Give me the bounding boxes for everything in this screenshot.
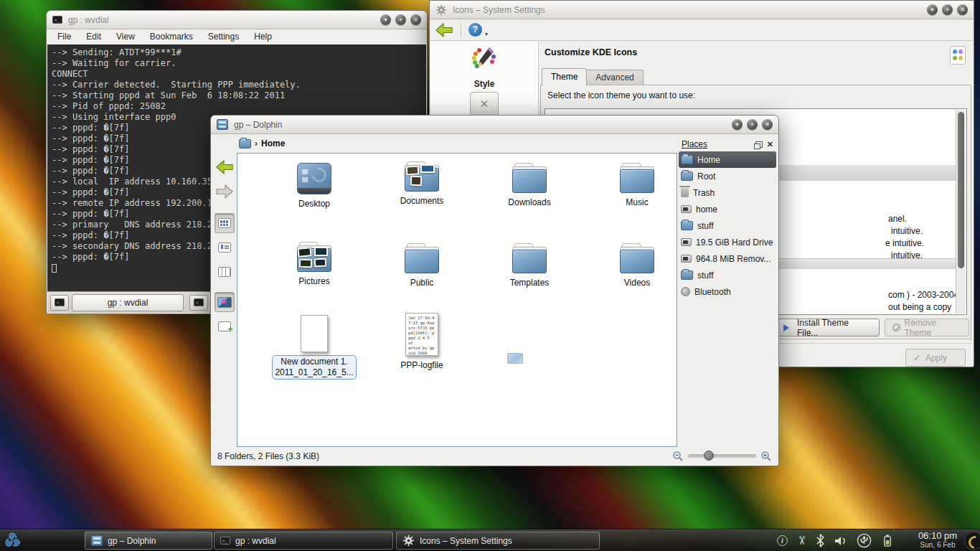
tab-advanced[interactable]: Advanced (587, 70, 643, 86)
folder-item-desktop[interactable]: Desktop (271, 163, 357, 209)
scissors-icon[interactable]: ✂ (795, 536, 809, 545)
place-item-stuff-2[interactable]: stuff (677, 267, 778, 283)
place-item-trash[interactable]: Trash (677, 184, 778, 201)
place-item-hard-drive[interactable]: 19.5 GiB Hard Drive (677, 234, 778, 250)
volume-icon[interactable] (834, 535, 847, 547)
minimize-icon[interactable]: ▾ (927, 4, 938, 15)
split-view-button[interactable] (215, 316, 235, 336)
folder-label: Documents (379, 196, 465, 206)
menu-help[interactable]: Help (254, 32, 272, 44)
dolphin-titlebar[interactable]: gp – Dolphin ▾ ● ✕ (211, 116, 778, 134)
zoom-in-icon[interactable] (760, 451, 772, 462)
documents-folder-icon (405, 161, 439, 192)
select-theme-label: Select the icon theme you want to use: (547, 90, 695, 100)
maximize-icon[interactable]: ● (942, 4, 953, 15)
terminal-icon: >_ (220, 537, 230, 545)
forward-button[interactable] (215, 182, 235, 202)
style-pencil-icon (470, 46, 499, 73)
dolphin-window[interactable]: gp – Dolphin ▾ ● ✕ › Home (210, 115, 779, 466)
menu-settings[interactable]: Settings (208, 32, 239, 44)
minimize-icon[interactable]: ▾ (380, 14, 391, 25)
columns-view-button[interactable] (215, 262, 235, 282)
menu-file[interactable]: File (57, 32, 71, 44)
close-icon[interactable]: ✕ (410, 14, 421, 25)
icons-view-button[interactable] (215, 213, 235, 233)
scrollbar[interactable] (956, 110, 966, 314)
system-tray: i ✂ (777, 529, 893, 551)
terminal-titlebar[interactable]: >_ gp : wvdial ▾ ● ✕ (47, 11, 427, 29)
theme-description-fragment: intuitive. (891, 226, 923, 236)
folder-item-music[interactable]: Music (594, 163, 680, 207)
place-item-stuff[interactable]: stuff (677, 217, 778, 234)
zoom-slider[interactable] (688, 454, 756, 458)
sidebar-item-style-label: Style (430, 79, 538, 89)
place-item-home-drive[interactable]: home (677, 201, 778, 217)
file-item-ppp-logfile[interactable]: Jan 17 09:4 7:18 gp-Asp ire-5738 pp pd[1… (379, 313, 465, 370)
zoom-out-icon[interactable] (672, 451, 684, 462)
float-panel-icon[interactable] (755, 141, 763, 148)
details-view-button[interactable] (215, 237, 235, 258)
usb-device-icon[interactable] (857, 533, 872, 548)
theme-description-fragment: anel. (888, 214, 907, 224)
folder-item-templates[interactable]: Templates (486, 243, 573, 288)
new-tab-button[interactable]: >_ (50, 295, 69, 311)
place-item-home[interactable]: Home (679, 151, 776, 168)
close-icon[interactable]: ✕ (957, 4, 968, 15)
remove-theme-button[interactable]: Remove Theme (885, 319, 969, 336)
close-icon[interactable]: ✕ (762, 119, 773, 130)
chevron-down-icon[interactable]: ▾ (485, 31, 488, 40)
folder-icon (620, 163, 654, 193)
place-item-removable[interactable]: 964.8 MiB Remov... (677, 250, 778, 267)
tab-theme[interactable]: Theme (542, 68, 587, 86)
folder-item-downloads[interactable]: Downloads (486, 163, 573, 207)
places-header: Places (682, 139, 707, 149)
task-system-settings[interactable]: Icons – System Settings (396, 532, 600, 550)
scrollbar-thumb[interactable] (958, 112, 964, 268)
folder-label: Public (379, 278, 465, 288)
menu-bookmarks[interactable]: Bookmarks (150, 32, 193, 44)
zoom-slider-handle[interactable] (704, 451, 714, 461)
task-dolphin[interactable]: gp – Dolphin (85, 532, 212, 550)
minimize-icon[interactable]: ▾ (732, 119, 743, 130)
folder-item-documents[interactable]: Documents (379, 161, 465, 206)
close-panel-icon[interactable]: ✕ (767, 140, 773, 149)
tab-list-button[interactable]: >_ (189, 295, 208, 311)
file-item-new-document[interactable]: New document 1. 2011_01_20_16_5... (271, 315, 357, 380)
task-label: gp : wvdial (235, 536, 276, 546)
battery-icon[interactable] (881, 534, 893, 547)
breadcrumb-home[interactable]: Home (261, 138, 285, 149)
sidebar-item-style[interactable]: Style (430, 46, 538, 89)
digital-clock[interactable]: 06:10 pm Sun, 6 Feb (913, 531, 963, 550)
info-icon[interactable]: i (777, 535, 788, 546)
terminal-cursor (52, 264, 57, 273)
install-theme-button[interactable]: Install Theme File... (776, 319, 880, 336)
folder-item-public[interactable]: Public (379, 243, 465, 288)
launcher-icon[interactable] (3, 531, 22, 551)
back-arrow-icon[interactable] (435, 22, 453, 38)
maximize-icon[interactable]: ● (747, 119, 758, 130)
place-item-bluetooth[interactable]: Bluetooth (677, 283, 778, 300)
settings-titlebar[interactable]: Icons – System Settings ▾ ● ✕ (430, 1, 974, 19)
back-button[interactable] (215, 157, 235, 177)
panel-toolbox-icon[interactable] (964, 532, 980, 550)
home-folder-icon (681, 155, 693, 164)
apply-button[interactable]: ✓ Apply (905, 349, 966, 367)
sidebar-item-hardware[interactable]: ✕ (470, 92, 499, 116)
terminal-tab[interactable]: gp : wvdial (72, 294, 184, 311)
theme-description-fragment: intuitive. (891, 250, 923, 260)
preview-button[interactable] (215, 292, 235, 312)
folder-item-pictures[interactable]: Pictures (271, 242, 357, 286)
help-icon[interactable]: ? (468, 23, 482, 37)
bluetooth-icon[interactable] (816, 534, 825, 547)
place-item-root[interactable]: Root (677, 168, 778, 184)
folder-item-videos[interactable]: Videos (594, 243, 680, 288)
terminal-line: CONNECT (52, 69, 422, 80)
task-wvdial[interactable]: >_ gp : wvdial (214, 532, 393, 550)
terminal-icon: >_ (52, 16, 62, 24)
home-folder-icon[interactable] (239, 139, 251, 149)
menu-edit[interactable]: Edit (86, 32, 101, 44)
maximize-icon[interactable]: ● (395, 14, 406, 25)
menu-view[interactable]: View (116, 32, 135, 44)
place-label: Trash (693, 188, 715, 198)
dolphin-file-view[interactable]: Desktop Documents Downloads Music (237, 153, 677, 447)
